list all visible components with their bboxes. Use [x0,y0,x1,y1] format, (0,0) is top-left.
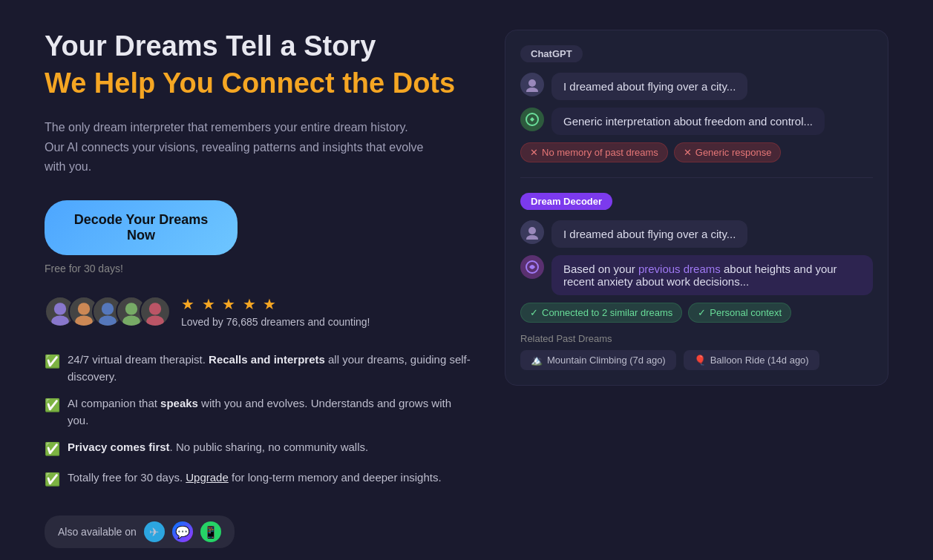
chatgpt-user-message-row: I dreamed about flying over a city... [520,73,873,100]
chatgpt-tags: ✕ No memory of past dreams ✕ Generic res… [520,142,873,162]
feature-1: ✅ 24/7 virtual dream therapist. Recalls … [45,352,475,385]
related-dream-2-text: Balloon Ride (14d ago) [710,355,809,366]
subtext: The only dream interpreter that remember… [45,118,431,177]
feature-2: ✅ AI companion that speaks with you and … [45,395,475,429]
features-list: ✅ 24/7 virtual dream therapist. Recalls … [45,352,475,489]
balloon-emoji: 🎈 [694,355,706,366]
main-layout: Your Dreams Tell a Story We Help You Con… [45,30,888,548]
related-section: Related Past Dreams 🏔️ Mountain Climbing… [520,333,873,370]
dd-ai-bubble: Based on your previous dreams about heig… [551,255,873,295]
related-dream-1: 🏔️ Mountain Climbing (7d ago) [520,350,676,370]
tag-personal-text: Personal context [710,307,782,318]
svg-point-5 [99,316,117,326]
svg-point-10 [528,79,536,87]
dd-ai-message-row: Based on your previous dreams about heig… [520,255,873,295]
free-text: Free for 30 days! [45,263,475,274]
dd-user-message-row: I dreamed about flying over a city... [520,220,873,248]
check-icon-2: ✅ [45,396,60,415]
feature-4: ✅ Totally free for 30 days. Upgrade for … [45,470,475,490]
avatar-5 [140,296,171,327]
svg-point-11 [526,88,538,92]
dd-tags: ✓ Connected to 2 similar dreams ✓ Person… [520,303,873,323]
check-icon-4: ✅ [45,470,60,490]
section-divider [520,177,873,178]
check-icon-connected: ✓ [530,307,538,318]
svg-point-9 [146,316,164,326]
svg-point-3 [75,316,93,326]
related-dreams-list: 🏔️ Mountain Climbing (7d ago) 🎈 Balloon … [520,350,873,370]
chatgpt-ai-bubble: Generic interpretation about freedom and… [551,108,825,135]
social-proof: ★ ★ ★ ★ ★ Loved by 76,685 dreamers and c… [45,295,475,328]
related-label: Related Past Dreams [520,333,873,344]
headline-line1: Your Dreams Tell a Story [45,30,475,64]
tag-connected: ✓ Connected to 2 similar dreams [520,303,682,323]
upgrade-link[interactable]: Upgrade [186,471,229,484]
stars-text: ★ ★ ★ ★ ★ Loved by 76,685 dreamers and c… [181,295,370,328]
previous-dreams-link[interactable]: previous dreams [638,263,721,275]
svg-point-8 [149,303,161,315]
mountain-emoji: 🏔️ [531,355,543,366]
dd-user-bubble: I dreamed about flying over a city... [551,220,747,248]
avatar-group [45,296,171,327]
chatgpt-user-bubble: I dreamed about flying over a city... [551,73,747,100]
dream-decoder-section: Dream Decoder I dreamed about flying ove… [520,193,873,370]
chatgpt-user-avatar [520,73,544,96]
svg-point-2 [78,303,90,315]
cta-button[interactable]: Decode Your Dreams Now [45,200,238,255]
related-dream-2: 🎈 Balloon Ride (14d ago) [684,350,819,370]
svg-point-7 [122,316,140,326]
tag-generic-text: Generic response [695,147,772,158]
svg-point-6 [125,303,137,315]
left-panel: Your Dreams Tell a Story We Help You Con… [45,30,475,548]
tag-personal: ✓ Personal context [688,303,791,323]
tag-no-memory-text: No memory of past dreams [542,147,658,158]
available-on-label: Also available on [58,526,137,538]
whatsapp-icon[interactable]: 📱 [200,521,221,542]
check-icon-1: ✅ [45,352,60,372]
x-icon-1: ✕ [530,147,538,158]
chatgpt-ai-message-row: Generic interpretation about freedom and… [520,108,873,135]
check-icon-personal: ✓ [698,307,706,318]
star-rating: ★ ★ ★ ★ ★ [181,295,370,313]
svg-point-1 [51,316,69,326]
dd-user-avatar [520,220,544,244]
tag-connected-text: Connected to 2 similar dreams [542,307,672,318]
chatgpt-label: ChatGPT [520,45,583,62]
tag-generic-response: ✕ Generic response [674,142,782,162]
svg-point-14 [526,235,538,240]
x-icon-2: ✕ [684,147,692,158]
tag-no-memory: ✕ No memory of past dreams [520,142,668,162]
svg-point-0 [54,303,66,315]
check-icon-3: ✅ [45,440,60,459]
loved-text: Loved by 76,685 dreamers and counting! [181,316,370,328]
svg-point-4 [102,303,114,315]
chat-container: ChatGPT I dreamed about flying over a ci… [505,30,888,386]
dd-ai-before: Based on your [563,263,638,275]
chatgpt-ai-avatar [520,108,544,131]
feature-3: ✅ Privacy comes first. No public sharing… [45,439,475,459]
related-dream-1-text: Mountain Climbing (7d ago) [547,355,666,366]
messenger-icon[interactable]: 💬 [172,521,193,542]
chatgpt-section: ChatGPT I dreamed about flying over a ci… [520,45,873,162]
dd-ai-avatar [520,255,544,279]
available-on-bar: Also available on ✈ 💬 📱 [45,515,235,548]
telegram-icon[interactable]: ✈ [144,521,165,542]
svg-point-13 [528,227,536,234]
dream-decoder-label: Dream Decoder [520,193,612,210]
headline-line2: We Help You Connect the Dots [45,67,475,101]
right-panel: ChatGPT I dreamed about flying over a ci… [505,30,888,386]
